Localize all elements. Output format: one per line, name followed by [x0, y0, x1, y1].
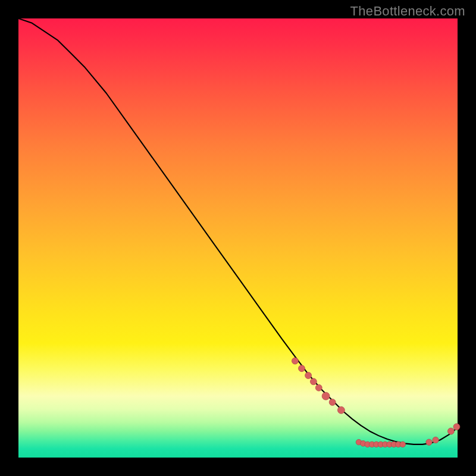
data-point: [329, 399, 336, 406]
data-point: [305, 372, 312, 379]
chart-svg: [18, 18, 458, 458]
data-point: [310, 378, 317, 385]
data-point: [447, 428, 454, 434]
bottleneck-curve: [18, 18, 458, 444]
data-point: [433, 437, 439, 443]
chart-frame: TheBottleneck.com: [0, 0, 476, 476]
data-point: [322, 392, 330, 400]
data-point: [292, 358, 298, 364]
data-point: [315, 384, 322, 391]
plot-area: [18, 18, 458, 458]
watermark-text: TheBottleneck.com: [350, 4, 465, 19]
data-point: [453, 424, 460, 430]
data-point: [400, 441, 406, 447]
data-point: [337, 406, 345, 414]
data-point: [299, 365, 305, 372]
data-point: [426, 439, 432, 445]
